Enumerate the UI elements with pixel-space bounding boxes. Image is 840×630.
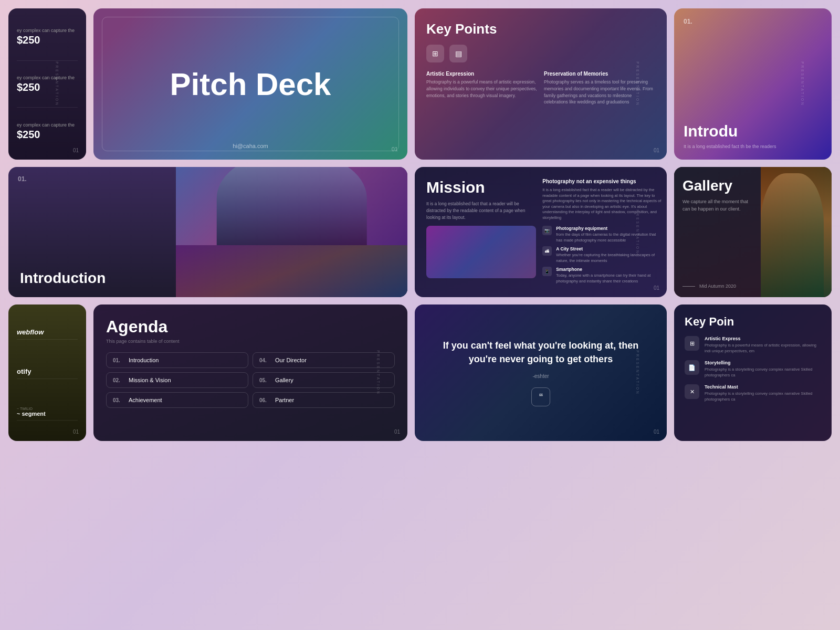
kp2-text-2: Storytelling Photography is a storytelli… [705, 360, 821, 378]
kp-slide-num: 01 [654, 148, 659, 153]
agenda-num-6: 06. [259, 397, 270, 403]
quote-icon: ❝ [531, 387, 550, 406]
mission-item-3-text: Smartphone Today, anyone with a smartpho… [556, 267, 662, 284]
agenda-card: Agenda This page contains table of conte… [93, 304, 407, 441]
introduction-card: 01. Introduction [8, 167, 407, 297]
quote-card: If you can't feel what you're looking at… [415, 304, 667, 441]
kp-grid: Artistic Expression Photography is a pow… [426, 71, 655, 106]
agenda-subtitle: This page contains table of content [106, 339, 395, 344]
keypoints-title: Key Points [426, 21, 655, 37]
neon-overlay [176, 167, 407, 245]
mission-item-2-text: A City Street Whether you're capturing t… [556, 246, 662, 264]
gallery-date: Mid Autumn 2020 [682, 284, 736, 289]
mission-grid: Mission It is a long established fact th… [426, 178, 655, 286]
mission-item-3: 📱 Smartphone Today, anyone with a smartp… [542, 267, 662, 284]
agenda-label-6: Partner [275, 397, 294, 403]
kp2-icon-2: 📄 [685, 360, 699, 375]
intro-num: 01. [18, 175, 27, 183]
price-desc-1: ey complex can capture the [17, 27, 78, 34]
price-amount-2: $250 [17, 81, 78, 93]
quote-vert-label: PRESENTATION [636, 350, 640, 395]
kp2-desc-2: Photography is a storytelling convey com… [705, 367, 821, 378]
brand-webflow: webflow [17, 325, 78, 340]
mission-left: Mission It is a long established fact th… [426, 178, 536, 286]
mission-image-overlay [426, 226, 536, 278]
agenda-item-6: 06. Partner [253, 392, 395, 408]
keypoints2-card: Key Poin ⊞ Artistic Express Photography … [674, 304, 832, 441]
kp2-name-1: Artistic Express [705, 336, 821, 341]
mission-desc: It is a long established fact that a rea… [426, 201, 536, 220]
brand-spotify: otify [17, 364, 78, 379]
mission-item-3-name: Smartphone [556, 267, 662, 272]
intro-photo-panel [176, 167, 407, 297]
price-row-3: ey complex can capture the $250 [17, 119, 78, 144]
mission-item-2: 🏙 A City Street Whether you're capturing… [542, 246, 662, 264]
gallery-desc: We capture all the moment that can be ha… [682, 198, 752, 213]
agenda-num-4: 04. [259, 358, 270, 363]
mission-item-1-desc: from the days of film cameras to the dig… [556, 232, 662, 243]
pricing-card: PRESENTATION ey complex can capture the … [8, 8, 86, 160]
intro-partial-vert: PRESENTATION [801, 61, 805, 107]
agenda-num-2: 02. [113, 377, 123, 383]
camera-icon: 📷 [542, 226, 552, 235]
mission-right: Photography not an expensive things It i… [542, 178, 662, 286]
mission-items: 📷 Photography equipment from the days of… [542, 226, 662, 284]
kp2-item-1: ⊞ Artistic Express Photography is a powe… [685, 336, 821, 354]
agenda-num-5: 05. [259, 377, 270, 383]
kp2-text-3: Technical Mast Photography is a storytel… [705, 384, 821, 402]
agenda-num-3: 03. [113, 397, 123, 403]
person-silhouette [761, 173, 824, 297]
price-divider-2 [17, 107, 78, 108]
price-desc-3: ey complex can capture the [17, 122, 78, 129]
price-desc-2: ey complex can capture the [17, 75, 78, 81]
mission-item-1-name: Photography equipment [556, 226, 662, 231]
mission-card: Mission It is a long established fact th… [415, 167, 667, 297]
photo-bottom [176, 245, 407, 297]
vert-label-pricing: PRESENTATION [56, 61, 59, 107]
brands-slide-num: 01 [73, 429, 79, 435]
agenda-item-5: 05. Gallery [253, 372, 395, 388]
kp2-item-2: 📄 Storytelling Photography is a storytel… [685, 360, 821, 378]
kp2-desc-1: Photography is a powerful means of artis… [705, 343, 821, 354]
price-row-1: ey complex can capture the $250 [17, 24, 78, 49]
agenda-label-3: Achievement [129, 397, 162, 403]
kp2-name-3: Technical Mast [705, 384, 821, 390]
city-icon: 🏙 [542, 246, 552, 256]
spotify-name: otify [17, 368, 78, 375]
kp2-name-2: Storytelling [705, 360, 821, 365]
kp2-item-3: ✕ Technical Mast Photography is a storyt… [685, 384, 821, 402]
kp2-icon-1: ⊞ [685, 336, 699, 351]
keypoints-card: Key Points ⊞ ▤ Artistic Expression Photo… [415, 8, 667, 160]
kp2-title: Key Poin [685, 315, 821, 329]
pitch-title: Pitch Deck [170, 66, 331, 102]
agenda-slide-num: 01 [394, 429, 400, 435]
quote-slide-num: 01 [654, 429, 659, 435]
agenda-label-1: Introduction [129, 357, 159, 363]
agenda-label-5: Gallery [275, 377, 293, 383]
price-amount-3: $250 [17, 129, 78, 141]
introduction-label: Introduction [20, 270, 106, 287]
agenda-item-3: 03. Achievement [106, 392, 248, 408]
mission-slide-num: 01 [654, 285, 659, 291]
brand-segment: ~ TWILIO ~ segment [17, 404, 78, 421]
intro-partial-card: 01. Introdu It is a long established fac… [674, 8, 832, 160]
agenda-label-2: Mission & Vision [129, 377, 171, 383]
pitch-slide-num: 01 [392, 146, 398, 152]
gallery-card: Gallery We capture all the moment that c… [674, 167, 832, 297]
webflow-name: webflow [17, 328, 78, 336]
agenda-title: Agenda [106, 317, 395, 337]
gallery-title: Gallery [682, 177, 752, 194]
phone-icon: 📱 [542, 267, 552, 276]
kp-item-1-desc: Photography is a powerful means of artis… [426, 79, 538, 99]
kp-icon-card: ▤ [449, 45, 467, 62]
pricing-slide-num: 01 [73, 148, 79, 153]
kp-icons-row: ⊞ ▤ [426, 45, 655, 62]
kp2-icon-3: ✕ [685, 384, 699, 399]
gallery-content: Gallery We capture all the moment that c… [674, 167, 761, 297]
price-amount-1: $250 [17, 34, 78, 46]
quote-text: If you can't feel what you're looking at… [430, 339, 651, 365]
agenda-label-4: Our Director [275, 357, 307, 363]
intro-partial-desc: It is a long established fact th be the … [684, 143, 822, 151]
mission-item-2-name: A City Street [556, 246, 662, 251]
mission-title: Mission [426, 178, 536, 196]
